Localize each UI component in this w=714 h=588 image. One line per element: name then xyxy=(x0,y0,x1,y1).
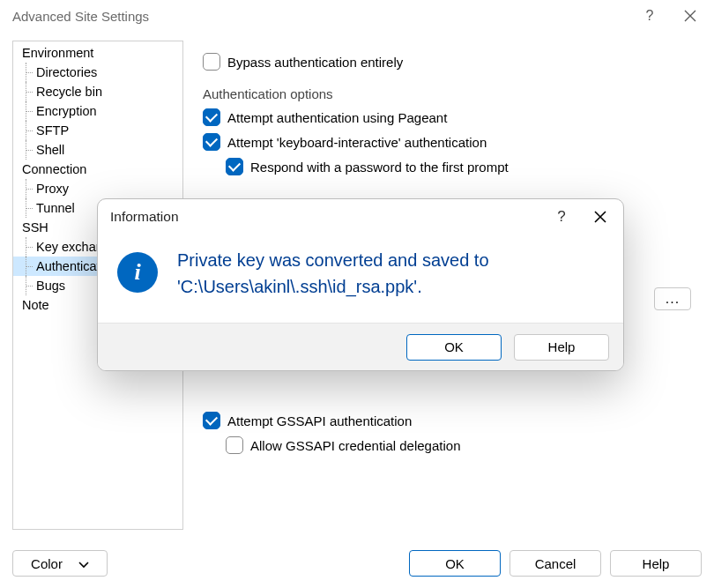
checkbox-icon xyxy=(226,436,243,454)
tree-recycle[interactable]: Recycle bin xyxy=(13,82,182,101)
browse-button[interactable]: ... xyxy=(654,287,691,310)
gssdeleg-checkbox[interactable]: Allow GSSAPI credential delegation xyxy=(226,436,700,454)
bypass-label: Bypass authentication entirely xyxy=(227,55,403,70)
tree-environment[interactable]: Environment xyxy=(13,43,182,63)
footer: Color OK Cancel Help xyxy=(0,539,714,588)
help-button[interactable]: Help xyxy=(610,550,702,577)
dialog-ok-button[interactable]: OK xyxy=(406,334,502,361)
dialog-footer: OK Help xyxy=(98,323,623,370)
gssapi-checkbox[interactable]: Attempt GSSAPI authentication xyxy=(203,412,700,429)
dialog-close-icon[interactable] xyxy=(581,202,620,232)
kbi-checkbox[interactable]: Attempt 'keyboard-interactive' authentic… xyxy=(203,133,700,151)
respond-label: Respond with a password to the first pro… xyxy=(250,160,509,175)
help-icon[interactable]: ? xyxy=(629,2,670,30)
dialog-title: Information xyxy=(110,209,179,225)
checkbox-icon xyxy=(203,412,220,429)
dialog-body: i Private key was converted and saved to… xyxy=(98,234,623,323)
close-icon[interactable] xyxy=(670,2,710,30)
tree-directories[interactable]: Directories xyxy=(13,63,182,82)
chevron-down-icon xyxy=(78,556,89,571)
pageant-checkbox[interactable]: Attempt authentication using Pageant xyxy=(203,108,700,126)
browse-label: ... xyxy=(666,291,680,307)
dialog-message-line1: Private key was converted and saved to xyxy=(177,247,489,273)
checkbox-icon xyxy=(226,158,243,175)
tree-connection[interactable]: Connection xyxy=(13,160,182,179)
respond-checkbox[interactable]: Respond with a password to the first pro… xyxy=(226,158,700,175)
window-title: Advanced Site Settings xyxy=(12,9,629,24)
tree-sftp[interactable]: SFTP xyxy=(13,121,182,140)
dialog-titlebar: Information ? xyxy=(98,199,623,234)
checkbox-icon xyxy=(203,53,220,71)
checkbox-icon xyxy=(203,133,220,151)
tree-encryption[interactable]: Encryption xyxy=(13,101,182,121)
gssdeleg-label: Allow GSSAPI credential delegation xyxy=(250,438,460,453)
info-icon: i xyxy=(117,252,158,293)
dialog-help-icon[interactable]: ? xyxy=(542,202,581,232)
gssapi-label: Attempt GSSAPI authentication xyxy=(227,413,412,428)
kbi-label: Attempt 'keyboard-interactive' authentic… xyxy=(227,135,487,150)
tree-shell[interactable]: Shell xyxy=(13,140,182,160)
auth-options-label: Authentication options xyxy=(203,86,700,101)
titlebar: Advanced Site Settings ? xyxy=(0,0,714,32)
cancel-button[interactable]: Cancel xyxy=(509,550,601,577)
bypass-auth-checkbox[interactable]: Bypass authentication entirely xyxy=(203,53,700,71)
tree-proxy[interactable]: Proxy xyxy=(13,179,182,198)
dialog-message: Private key was converted and saved to '… xyxy=(177,247,489,300)
ok-button[interactable]: OK xyxy=(409,550,501,577)
dialog-message-line2: 'C:\Users\akinl\.ssh\id_rsa.ppk'. xyxy=(177,273,489,300)
color-label: Color xyxy=(31,556,63,571)
pageant-label: Attempt authentication using Pageant xyxy=(227,110,447,125)
information-dialog: Information ? i Private key was converte… xyxy=(97,198,624,371)
color-button[interactable]: Color xyxy=(12,550,108,577)
checkbox-icon xyxy=(203,108,220,126)
dialog-help-button[interactable]: Help xyxy=(514,334,609,361)
